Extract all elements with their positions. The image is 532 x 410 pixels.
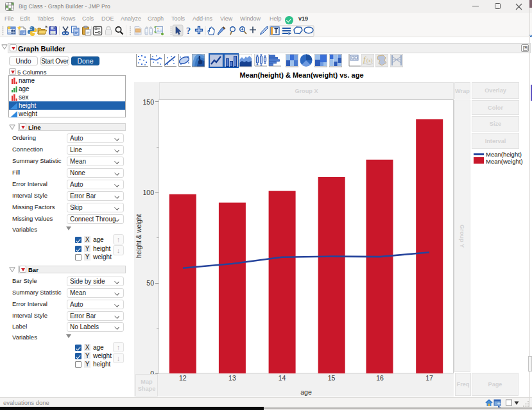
svg-text:(x): (x): [366, 58, 373, 64]
svg-text:?: ?: [186, 26, 191, 36]
